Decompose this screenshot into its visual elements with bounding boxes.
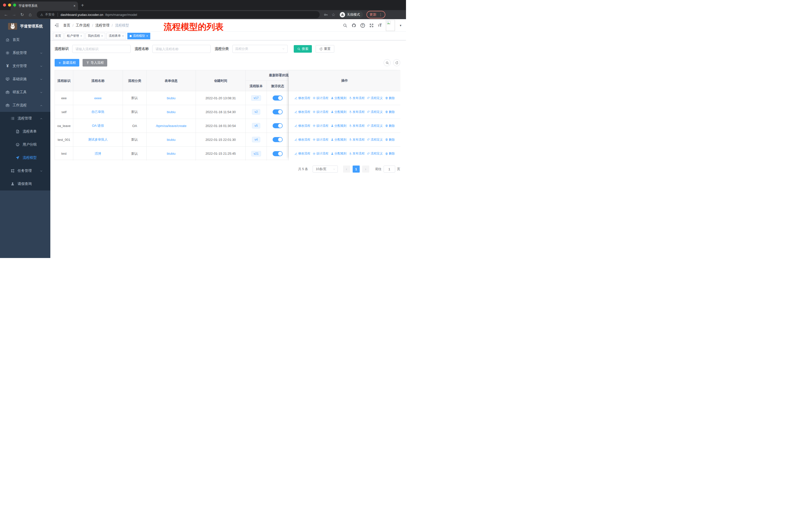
sidebar-item-system[interactable]: 系统管理 — [0, 46, 50, 59]
action-hand-link[interactable]: 发布流程 — [349, 152, 365, 156]
version-badge[interactable]: v2 — [252, 109, 260, 115]
reload-icon[interactable]: ↻ — [19, 12, 26, 18]
action-pencil-link[interactable]: 修改流程 — [294, 96, 310, 100]
process-name-link[interactable]: 滔博 — [95, 152, 101, 156]
tag-tab-我的流程[interactable]: 我的流程× — [86, 33, 105, 39]
sidebar-item-devtools[interactable]: 研发工具 — [0, 86, 50, 99]
action-hand-link[interactable]: 发布流程 — [349, 138, 365, 142]
close-tag-icon[interactable]: × — [122, 34, 124, 38]
category-filter-select[interactable]: 流程分类 — [232, 45, 288, 53]
font-size-icon[interactable]: TT — [378, 23, 382, 28]
breadcrumb-item[interactable]: 工作流程 — [76, 23, 90, 28]
action-paperclip-link[interactable]: 流程定义 — [367, 152, 383, 156]
tag-tab-流程模型[interactable]: 流程模型× — [127, 33, 150, 39]
action-paperclip-link[interactable]: 流程定义 — [367, 124, 383, 128]
close-tag-icon[interactable]: × — [101, 34, 103, 38]
action-pencil-link[interactable]: 修改流程 — [294, 138, 310, 142]
name-filter-input[interactable] — [152, 45, 211, 53]
close-tab-icon[interactable]: × — [74, 4, 76, 8]
import-process-button[interactable]: 导入流程 — [83, 59, 107, 66]
active-toggle[interactable] — [272, 151, 283, 156]
reset-button[interactable]: 重置 — [316, 45, 334, 53]
fullscreen-icon[interactable] — [369, 23, 374, 28]
action-user-link[interactable]: 分配规则 — [331, 96, 347, 100]
action-user-link[interactable]: 分配规则 — [331, 152, 347, 156]
bookmark-star-icon[interactable]: ☆ — [331, 12, 335, 18]
key-icon[interactable] — [324, 12, 328, 17]
tag-tab-首页[interactable]: 首页 — [53, 33, 63, 39]
action-pencil-link[interactable]: 修改流程 — [294, 152, 310, 156]
sidebar-item-user-group[interactable]: 用户分组 — [0, 138, 50, 151]
browser-menu-icon[interactable]: ⋮ — [379, 12, 382, 17]
help-icon[interactable]: ? — [360, 23, 365, 28]
version-badge[interactable]: v4 — [252, 137, 260, 142]
action-trash-link[interactable]: 删除 — [385, 96, 395, 100]
maximize-window-button[interactable] — [13, 3, 16, 6]
process-name-link[interactable]: 测试多审批人 — [88, 137, 108, 142]
action-user-link[interactable]: 分配规则 — [331, 110, 347, 114]
github-icon[interactable] — [352, 23, 356, 28]
action-gear-link[interactable]: 设计流程 — [313, 152, 328, 156]
forward-icon[interactable]: → — [10, 12, 18, 17]
version-badge[interactable]: v21 — [251, 151, 261, 157]
refresh-table-button[interactable] — [393, 59, 400, 66]
toggle-search-button[interactable] — [384, 59, 390, 66]
close-tag-icon[interactable]: × — [80, 34, 82, 38]
action-trash-link[interactable]: 删除 — [385, 124, 395, 128]
goto-page-input[interactable] — [384, 166, 395, 172]
sidebar-item-workflow[interactable]: 工作流程 — [0, 99, 50, 112]
active-toggle[interactable] — [272, 137, 283, 142]
back-icon[interactable]: ← — [2, 12, 9, 17]
active-toggle[interactable] — [272, 109, 283, 114]
action-gear-link[interactable]: 设计流程 — [313, 124, 328, 128]
sidebar-item-process-manage[interactable]: 流程管理 — [0, 112, 50, 125]
create-process-button[interactable]: 新建流程 — [55, 59, 79, 66]
form-info-link[interactable]: biubiu — [167, 96, 176, 100]
action-trash-link[interactable]: 删除 — [385, 138, 395, 142]
form-info-link[interactable]: biubiu — [167, 138, 176, 142]
action-pencil-link[interactable]: 修改流程 — [294, 110, 310, 114]
page-1-button[interactable]: 1 — [353, 166, 360, 172]
form-info-link[interactable]: biubiu — [167, 110, 176, 114]
active-toggle[interactable] — [272, 96, 283, 101]
hamburger-icon[interactable] — [54, 23, 59, 28]
sidebar-item-process-model[interactable]: 流程模型 — [0, 151, 50, 164]
action-user-link[interactable]: 分配规则 — [331, 138, 347, 142]
sidebar-item-process-form[interactable]: 流程表单 — [0, 125, 50, 138]
sidebar-item-task-manage[interactable]: 任务管理 — [0, 164, 50, 178]
sidebar-item-infra[interactable]: 基础设施 — [0, 73, 50, 86]
tag-tab-租户管理[interactable]: 租户管理× — [65, 33, 84, 39]
close-window-button[interactable] — [3, 3, 6, 6]
action-pencil-link[interactable]: 修改流程 — [294, 124, 310, 128]
action-gear-link[interactable]: 设计流程 — [313, 110, 328, 114]
breadcrumb-item[interactable]: 首页 — [63, 23, 70, 28]
close-tag-icon[interactable]: × — [146, 34, 148, 38]
sidebar-item-leave-query[interactable]: 请假查询 — [0, 178, 50, 190]
version-badge[interactable]: v17 — [251, 95, 261, 101]
page-size-select[interactable]: 10条/页 — [313, 166, 338, 172]
sidebar-item-pay[interactable]: ¥支付管理 — [0, 59, 50, 73]
process-name-link[interactable]: eeee — [94, 96, 102, 100]
action-paperclip-link[interactable]: 流程定义 — [367, 110, 383, 114]
process-name-link[interactable]: 自己审批 — [91, 110, 105, 114]
action-hand-link[interactable]: 发布流程 — [349, 124, 365, 128]
form-info-link[interactable]: biubiu — [167, 152, 176, 156]
home-icon[interactable]: ⌂ — [27, 12, 34, 18]
form-info-link[interactable]: /bpm/oa/leave/create — [156, 124, 186, 128]
action-gear-link[interactable]: 设计流程 — [313, 138, 328, 142]
new-tab-button[interactable]: + — [81, 1, 84, 9]
process-name-link[interactable]: OA 请假 — [92, 124, 104, 128]
active-toggle[interactable] — [272, 123, 283, 128]
action-gear-link[interactable]: 设计流程 — [313, 96, 328, 100]
next-page-button[interactable]: › — [362, 166, 369, 172]
version-badge[interactable]: v5 — [252, 123, 260, 129]
user-avatar[interactable] — [386, 20, 395, 31]
tag-tab-流程表单[interactable]: 流程表单× — [107, 33, 126, 39]
action-trash-link[interactable]: 删除 — [385, 152, 395, 156]
key-filter-input[interactable] — [72, 45, 130, 53]
address-bar[interactable]: ⚠ 不安全 dashboard.yudao.iocoder.cn/bpm/man… — [37, 11, 320, 18]
action-hand-link[interactable]: 发布流程 — [349, 110, 365, 114]
sidebar-item-home[interactable]: 首页 — [0, 33, 50, 46]
action-trash-link[interactable]: 删除 — [385, 110, 395, 114]
security-label[interactable]: 不安全 — [45, 12, 55, 17]
